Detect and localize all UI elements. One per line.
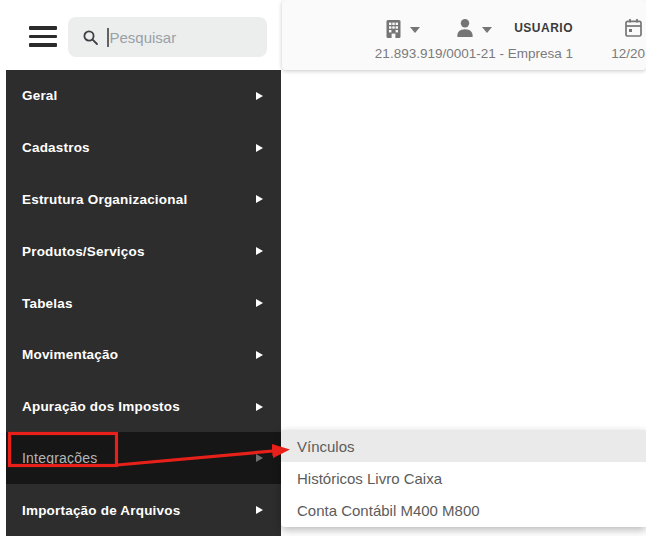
sidebar-item[interactable]: Integrações xyxy=(6,432,281,484)
sidebar-item-label: Cadastros xyxy=(22,140,90,155)
search-input[interactable]: Pesquisar xyxy=(68,17,267,57)
sidebar-item-label: Tabelas xyxy=(22,296,73,311)
search-icon xyxy=(82,29,99,46)
chevron-right-icon xyxy=(256,506,263,514)
sidebar-item[interactable]: Geral xyxy=(6,70,281,122)
chevron-right-icon xyxy=(256,195,263,203)
submenu-item-label: Conta Contábil M400 M800 xyxy=(297,502,480,519)
sidebar-item[interactable]: Importação de Arquivos xyxy=(6,484,281,536)
company-selector-value[interactable]: 21.893.919/0001-21 - Empresa 1 xyxy=(375,46,573,61)
submenu-flyout: Vínculos Históricos Livro Caixa Conta Co… xyxy=(281,430,646,527)
sidebar-item-label: Movimentação xyxy=(22,347,118,362)
calendar-icon[interactable] xyxy=(624,18,643,38)
user-caret-down-icon[interactable] xyxy=(482,27,492,33)
sidebar-item[interactable]: Produtos/Serviços xyxy=(6,225,281,277)
chevron-right-icon xyxy=(256,299,263,307)
sidebar-item[interactable]: Tabelas xyxy=(6,277,281,329)
sidebar-item-label: Importação de Arquivos xyxy=(22,503,180,518)
submenu-item[interactable]: Vínculos xyxy=(281,430,646,462)
chevron-right-icon xyxy=(256,144,263,152)
topbar-left: Pesquisar xyxy=(0,0,282,70)
sidebar-item-label: Estrutura Organizacional xyxy=(22,192,187,207)
user-label: USUARIO xyxy=(514,21,573,35)
submenu-item-label: Históricos Livro Caixa xyxy=(297,470,442,487)
chevron-right-icon xyxy=(256,403,263,411)
chevron-right-icon xyxy=(256,351,263,359)
submenu-item[interactable]: Conta Contábil M400 M800 xyxy=(281,495,646,527)
period-value[interactable]: 12/20 xyxy=(611,46,645,61)
topbar-card: USUARIO 21.893.919/0001-21 - Empresa 1 1… xyxy=(282,0,646,70)
chevron-right-icon xyxy=(256,454,263,462)
hamburger-menu-icon[interactable] xyxy=(29,26,57,47)
sidebar-item-label: Integrações xyxy=(22,450,97,466)
text-caret xyxy=(107,28,109,47)
submenu-item[interactable]: Históricos Livro Caixa xyxy=(281,462,646,494)
sidebar-item[interactable]: Apuração dos Impostos xyxy=(6,381,281,433)
submenu-item-label: Vínculos xyxy=(297,438,355,455)
chevron-right-icon xyxy=(256,92,263,100)
building-icon[interactable] xyxy=(384,19,403,39)
search-placeholder: Pesquisar xyxy=(110,29,177,46)
sidebar-menu: Geral Cadastros Estrutura Organizacional… xyxy=(6,70,281,536)
sidebar-item[interactable]: Estrutura Organizacional xyxy=(6,174,281,226)
sidebar-item-label: Geral xyxy=(22,88,58,103)
sidebar-item-label: Apuração dos Impostos xyxy=(22,399,180,414)
sidebar-item[interactable]: Movimentação xyxy=(6,329,281,381)
chevron-right-icon xyxy=(256,247,263,255)
sidebar-item[interactable]: Cadastros xyxy=(6,122,281,174)
user-icon[interactable] xyxy=(455,18,475,39)
sidebar-item-label: Produtos/Serviços xyxy=(22,244,145,259)
company-caret-down-icon[interactable] xyxy=(410,27,420,33)
